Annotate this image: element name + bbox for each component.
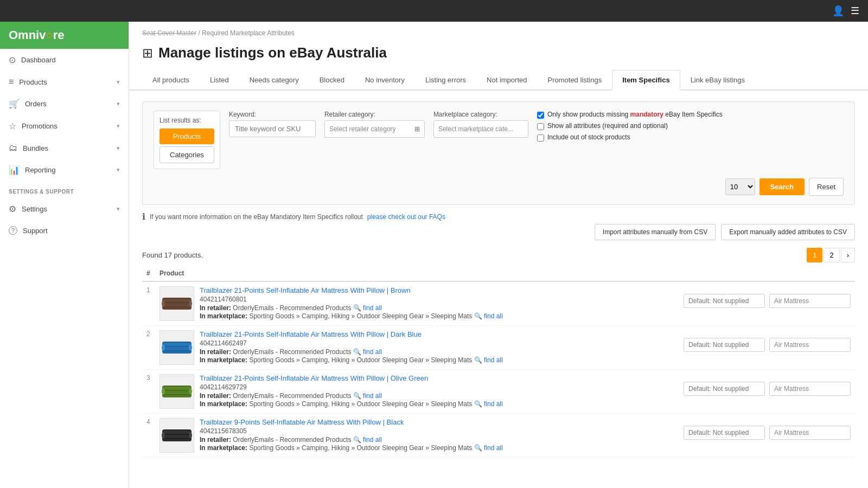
tab-not-imported[interactable]: Not imported bbox=[476, 70, 537, 91]
tab-listed[interactable]: Listed bbox=[200, 70, 239, 91]
tab-promoted-listings[interactable]: Promoted listings bbox=[537, 70, 612, 91]
product-image bbox=[159, 330, 194, 365]
sidebar-item-dashboard[interactable]: ⊙ Dashboard bbox=[0, 49, 129, 71]
product-sku: 4042114760801 bbox=[200, 296, 675, 303]
field1-input[interactable] bbox=[684, 382, 765, 396]
tab-item-specifics[interactable]: Item Specifics bbox=[612, 70, 680, 91]
marketplace-category-placeholder: Select marketplace cate... bbox=[438, 125, 524, 133]
sidebar-item-settings[interactable]: ⚙ Settings ▾ bbox=[0, 198, 129, 220]
chevron-down-icon: ▾ bbox=[117, 79, 120, 86]
checkbox-show-all[interactable] bbox=[537, 123, 544, 130]
faqs-link[interactable]: please check out our FAQs bbox=[367, 213, 445, 221]
breadcrumb: Seat Cover Master / Required Marketplace… bbox=[129, 22, 868, 40]
svg-rect-3 bbox=[162, 307, 192, 310]
btn-products[interactable]: Products bbox=[159, 129, 214, 144]
product-marketplace: In marketplace: Sporting Goods » Camping… bbox=[200, 312, 675, 320]
find-all-marketplace-link[interactable]: 🔍 find all bbox=[474, 400, 503, 408]
find-all-retailer-link[interactable]: 🔍 find all bbox=[353, 392, 382, 400]
sidebar-item-promotions[interactable]: ☆ Promotions ▾ bbox=[0, 115, 129, 137]
page-title-row: ⊞ Manage listings on eBay Australia bbox=[129, 40, 868, 70]
topbar: 👤 ☰ bbox=[0, 0, 868, 22]
product-cell: Trailblazer 9-Points Self-Inflatable Air… bbox=[155, 414, 679, 458]
tab-no-inventory[interactable]: No inventory bbox=[355, 70, 415, 91]
product-image bbox=[159, 286, 194, 321]
find-all-marketplace-link[interactable]: 🔍 find all bbox=[474, 312, 503, 320]
retailer-category-group: Retailer category: Select retailer categ… bbox=[324, 111, 425, 138]
menu-icon[interactable]: ☰ bbox=[851, 5, 859, 17]
sidebar-item-bundles[interactable]: 🗂 Bundles ▾ bbox=[0, 137, 129, 159]
product-retailer: In retailer: OrderlyEmails - Recommended… bbox=[200, 348, 675, 356]
row-num: 3 bbox=[142, 370, 155, 414]
layout: Omniv○re ⊙ Dashboard ≡ Products ▾ 🛒 Orde… bbox=[0, 22, 868, 488]
marketplace-category-select[interactable]: Select marketplace cate... bbox=[433, 120, 528, 138]
per-page-select[interactable]: 10 25 50 100 bbox=[725, 178, 755, 195]
find-all-marketplace-link[interactable]: 🔍 find all bbox=[474, 356, 503, 364]
checkbox-mandatory[interactable] bbox=[537, 112, 544, 119]
checkbox-row-3: Include out of stock products bbox=[537, 133, 723, 142]
field1-input[interactable] bbox=[684, 338, 765, 352]
row-num: 2 bbox=[142, 326, 155, 370]
svg-rect-2 bbox=[162, 303, 192, 306]
sidebar-item-support[interactable]: ? Support bbox=[0, 220, 129, 241]
find-all-retailer-link[interactable]: 🔍 find all bbox=[353, 348, 382, 356]
orders-icon: 🛒 bbox=[9, 99, 20, 109]
field2-input[interactable] bbox=[769, 294, 851, 308]
tab-listing-errors[interactable]: Listing errors bbox=[415, 70, 476, 91]
product-fields-cell bbox=[679, 414, 855, 458]
product-sku: 4042114629729 bbox=[200, 383, 675, 391]
tab-needs-category[interactable]: Needs category bbox=[239, 70, 309, 91]
logo-dot: ○ bbox=[46, 28, 53, 42]
retailer-category-select[interactable]: Select retailer category ⊞ bbox=[324, 120, 425, 138]
svg-point-4 bbox=[162, 300, 165, 307]
field2-input[interactable] bbox=[769, 426, 851, 440]
product-title-link[interactable]: Trailblazer 21-Points Self-Inflatable Ai… bbox=[200, 286, 411, 294]
retailer-category-placeholder: Select retailer category bbox=[329, 125, 412, 133]
breadcrumb-parent[interactable]: Seat Cover Master bbox=[142, 29, 196, 37]
search-actions: 10 25 50 100 Search Reset bbox=[725, 178, 844, 196]
field1-input[interactable] bbox=[684, 294, 765, 308]
field2-input[interactable] bbox=[769, 382, 851, 396]
info-text: If you want more information on the eBay… bbox=[150, 213, 363, 221]
pagination: 1 2 › bbox=[807, 248, 855, 262]
products-icon: ≡ bbox=[9, 77, 14, 87]
page-btn-next[interactable]: › bbox=[841, 248, 855, 262]
reset-button[interactable]: Reset bbox=[809, 178, 844, 196]
row-num: 4 bbox=[142, 414, 155, 458]
dashboard-icon: ⊙ bbox=[9, 55, 16, 65]
field1-input[interactable] bbox=[684, 426, 765, 440]
svg-point-23 bbox=[189, 432, 192, 439]
btn-import-csv[interactable]: Import attributes manually from CSV bbox=[595, 224, 716, 240]
sidebar-item-label: Products bbox=[19, 78, 111, 86]
chevron-down-icon: ▾ bbox=[117, 100, 120, 107]
page-btn-2[interactable]: 2 bbox=[824, 248, 839, 262]
settings-icon: ⚙ bbox=[9, 204, 16, 214]
svg-rect-8 bbox=[162, 347, 192, 350]
sidebar-item-reporting[interactable]: 📊 Reporting ▾ bbox=[0, 159, 129, 181]
page-btn-1[interactable]: 1 bbox=[807, 248, 822, 262]
keyword-input[interactable] bbox=[229, 120, 316, 137]
search-button[interactable]: Search bbox=[760, 178, 805, 195]
tab-blocked[interactable]: Blocked bbox=[309, 70, 355, 91]
sidebar-item-products[interactable]: ≡ Products ▾ bbox=[0, 71, 129, 93]
field2-input[interactable] bbox=[769, 338, 851, 352]
product-title-link[interactable]: Trailblazer 21-Points Self-Inflatable Ai… bbox=[200, 374, 428, 382]
svg-rect-9 bbox=[162, 351, 192, 354]
find-all-retailer-link[interactable]: 🔍 find all bbox=[353, 436, 382, 444]
btn-export-csv[interactable]: Export manually added attributes to CSV bbox=[721, 224, 855, 240]
sidebar-item-label: Reporting bbox=[25, 166, 111, 174]
tab-all-products[interactable]: All products bbox=[142, 70, 200, 91]
settings-section-title: SETTINGS & SUPPORT bbox=[0, 181, 129, 198]
tab-link-ebay[interactable]: Link eBay listings bbox=[680, 70, 755, 91]
logo-text: Omniv○re bbox=[9, 28, 65, 42]
checkbox-out-of-stock[interactable] bbox=[537, 134, 544, 142]
user-icon[interactable]: 👤 bbox=[832, 5, 844, 17]
product-cell: Trailblazer 21-Points Self-Inflatable Ai… bbox=[155, 281, 679, 326]
product-title-link[interactable]: Trailblazer 9-Points Self-Inflatable Air… bbox=[200, 418, 404, 426]
product-title-link[interactable]: Trailblazer 21-Points Self-Inflatable Ai… bbox=[200, 330, 422, 338]
find-all-retailer-link[interactable]: 🔍 find all bbox=[353, 304, 382, 312]
btn-categories[interactable]: Categories bbox=[159, 146, 214, 163]
breadcrumb-current: Required Marketplace Attributes bbox=[202, 29, 295, 37]
retailer-category-label: Retailer category: bbox=[324, 111, 425, 118]
find-all-marketplace-link[interactable]: 🔍 find all bbox=[474, 444, 503, 452]
sidebar-item-orders[interactable]: 🛒 Orders ▾ bbox=[0, 93, 129, 115]
